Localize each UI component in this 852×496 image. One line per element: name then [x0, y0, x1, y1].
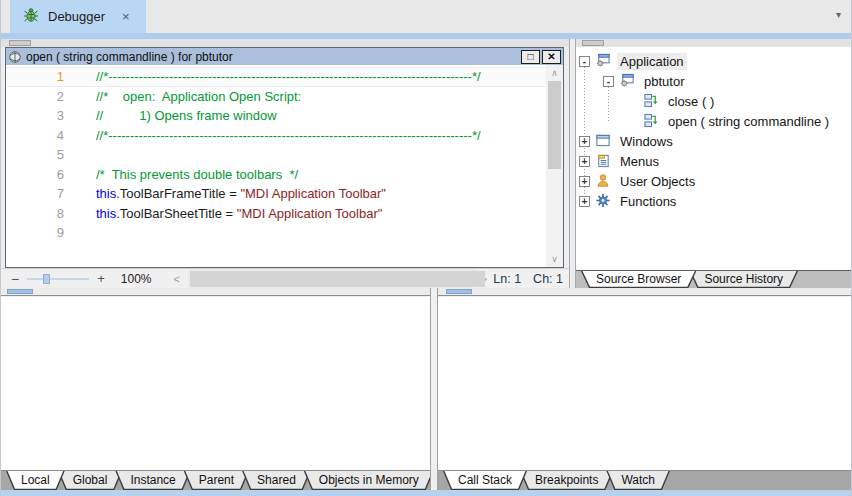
- horizontal-scrollbar-thumb[interactable]: [190, 271, 485, 287]
- menu-icon: [595, 153, 612, 169]
- expander-icon[interactable]: +: [579, 196, 590, 207]
- code-text: this.ToolBarSheetTitle = "MDI Applicatio…: [70, 204, 382, 224]
- horizontal-scrollbar[interactable]: [188, 269, 475, 289]
- variables-tab-instance[interactable]: Instance: [115, 471, 190, 490]
- callstack-tab-breakpoints[interactable]: Breakpoints: [520, 471, 613, 490]
- zoom-level: 100%: [121, 272, 152, 286]
- zoom-in-button[interactable]: +: [97, 271, 105, 286]
- line-number: 6: [6, 165, 70, 185]
- browser-tab-source-history[interactable]: Source History: [689, 271, 798, 288]
- scroll-left-icon[interactable]: <: [173, 273, 179, 285]
- code-text: // 1) Opens frame window: [70, 106, 277, 126]
- splitter-handle[interactable]: [9, 40, 31, 46]
- browser-pane-splitter[interactable]: [576, 39, 852, 47]
- scroll-up-icon[interactable]: ∧: [546, 68, 563, 78]
- tree-item-windows[interactable]: +Windows: [576, 131, 852, 151]
- editor-pane-splitter[interactable]: [1, 39, 569, 47]
- line-number: 9: [6, 223, 70, 243]
- scrollbar-thumb[interactable]: [7, 289, 33, 294]
- tab-close-icon[interactable]: ×: [122, 9, 130, 24]
- callstack-tab-call-stack[interactable]: Call Stack: [443, 471, 527, 490]
- variables-tab-objects-in-memory[interactable]: Objects in Memory: [304, 471, 430, 490]
- scrollbar-thumb[interactable]: [446, 289, 472, 294]
- tab-label: Global: [58, 471, 123, 489]
- vertical-pane-divider[interactable]: [569, 39, 576, 288]
- editor-statusbar: − + 100% < > Ln: 1 Ch: 1: [1, 268, 569, 288]
- debugger-workspace: Debugger × ▾ open ( string commandline )…: [0, 0, 852, 496]
- code-line: 2//* open: Application Open Script:: [6, 87, 546, 107]
- tree-item-application[interactable]: -Application: [576, 51, 852, 71]
- tab-label: Shared: [242, 471, 311, 489]
- script-icon: [8, 50, 22, 64]
- variables-pane[interactable]: [1, 297, 430, 470]
- tab-label: Breakpoints: [520, 471, 613, 489]
- code-text: [70, 223, 96, 243]
- line-number: 3: [6, 106, 70, 126]
- code-token: // 1) Opens frame window: [96, 108, 277, 123]
- code-text: //* open: Application Open Script:: [70, 87, 301, 107]
- tree-item-label: Application: [617, 53, 687, 70]
- code-token: this: [96, 186, 116, 201]
- callstack-tab-watch[interactable]: Watch: [606, 471, 670, 490]
- callstack-pane-scrollbar[interactable]: [438, 288, 852, 296]
- vertical-scrollbar-thumb[interactable]: [548, 81, 561, 169]
- code-line: 4//*------------------------------------…: [6, 126, 546, 146]
- code-token: .ToolBarSheetTitle =: [116, 206, 237, 221]
- tab-debugger[interactable]: Debugger ×: [10, 0, 146, 33]
- script-window: open ( string commandline ) for pbtutor …: [5, 47, 564, 268]
- expander-icon[interactable]: -: [579, 56, 590, 67]
- line-indicator: Ln: 1: [493, 272, 521, 286]
- tree-item-close[interactable]: close ( ): [576, 91, 852, 111]
- variables-tab-local[interactable]: Local: [6, 471, 65, 490]
- expander-icon[interactable]: -: [603, 76, 614, 87]
- caret-position: Ln: 1 Ch: 1: [493, 272, 563, 286]
- code-line: 9: [6, 223, 546, 243]
- browser-tab-strip: Source BrowserSource History: [576, 270, 852, 288]
- tree-item-user-objects[interactable]: +User Objects: [576, 171, 852, 191]
- zoom-slider[interactable]: [27, 278, 89, 280]
- tab-overflow-icon[interactable]: ▾: [836, 9, 841, 20]
- zoom-out-button[interactable]: −: [11, 271, 19, 287]
- code-token: "MDI Application Toolbar": [240, 186, 386, 201]
- variables-tab-parent[interactable]: Parent: [184, 471, 249, 490]
- expander-icon[interactable]: +: [579, 156, 590, 167]
- code-text: [70, 145, 96, 165]
- script-window-titlebar[interactable]: open ( string commandline ) for pbtutor …: [6, 48, 563, 65]
- code-text: /* This prevents double toolbars */: [70, 165, 298, 185]
- tree-item-menus[interactable]: +Menus: [576, 151, 852, 171]
- tree-item-label: Windows: [617, 133, 676, 150]
- code-text: this.ToolBarFrameTitle = "MDI Applicatio…: [70, 184, 386, 204]
- maximize-button[interactable]: □: [521, 50, 540, 64]
- tree-item-pbtutor[interactable]: -pbtutor: [576, 71, 852, 91]
- close-button[interactable]: ✕: [542, 50, 561, 64]
- code-token: /* This prevents double toolbars */: [96, 167, 298, 182]
- line-number: 7: [6, 184, 70, 204]
- tree-item-open-string-commandline[interactable]: open ( string commandline ): [576, 111, 852, 131]
- code-line: 6/* This prevents double toolbars */: [6, 165, 546, 185]
- browser-tab-source-browser[interactable]: Source Browser: [581, 271, 696, 288]
- code-line: 5: [6, 145, 546, 165]
- line-number: 8: [6, 204, 70, 224]
- tab-label: Parent: [184, 471, 249, 489]
- tree-item-functions[interactable]: +Functions: [576, 191, 852, 211]
- lower-pane-divider[interactable]: [430, 288, 438, 490]
- expander-icon[interactable]: +: [579, 136, 590, 147]
- vertical-scrollbar[interactable]: ∧ ∨: [546, 65, 563, 267]
- callstack-pane[interactable]: [438, 297, 852, 470]
- tab-label: Call Stack: [443, 471, 527, 489]
- code-token: //*-------------------------------------…: [96, 69, 481, 84]
- zoom-slider-thumb[interactable]: [43, 274, 50, 284]
- variables-tab-shared[interactable]: Shared: [242, 471, 311, 490]
- variables-pane-scrollbar[interactable]: [1, 288, 430, 296]
- scroll-down-icon[interactable]: ∨: [546, 254, 563, 264]
- code-token: //* open: Application Open Script:: [96, 89, 301, 104]
- splitter-handle[interactable]: [582, 40, 604, 46]
- tab-label: Source Browser: [581, 271, 696, 287]
- code-editor[interactable]: 1//*------------------------------------…: [6, 65, 563, 267]
- expander-icon[interactable]: +: [579, 176, 590, 187]
- line-number: 4: [6, 126, 70, 146]
- user-icon: [595, 173, 612, 189]
- tree-item-label: User Objects: [617, 173, 698, 190]
- variables-tab-global[interactable]: Global: [58, 471, 123, 490]
- code-token: //*-------------------------------------…: [96, 128, 481, 143]
